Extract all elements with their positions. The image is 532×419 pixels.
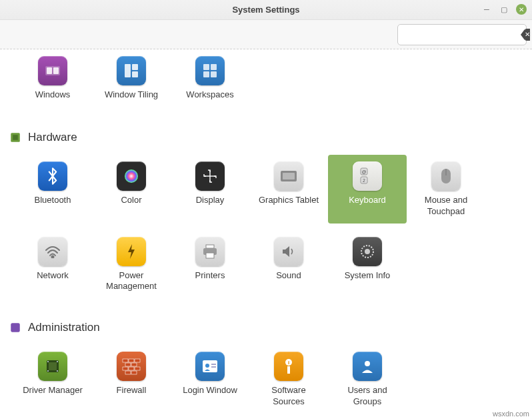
svg-text:2: 2: [363, 178, 365, 183]
close-button[interactable]: ✕: [516, 4, 527, 15]
item-window-tiling[interactable]: Window Tiling: [92, 49, 171, 107]
svg-rect-8: [203, 64, 209, 70]
item-workspaces[interactable]: Workspaces: [171, 49, 249, 107]
svg-point-35: [57, 361, 58, 362]
item-sound[interactable]: Sound: [249, 230, 328, 299]
svg-text:@: @: [361, 169, 366, 174]
svg-rect-43: [123, 367, 128, 370]
item-printers[interactable]: Printers: [171, 230, 249, 299]
users-groups-icon: [353, 352, 382, 381]
svg-rect-46: [125, 371, 131, 374]
toolbar: ✕: [0, 20, 532, 49]
label: Graphics Tablet: [259, 195, 319, 205]
svg-rect-38: [123, 359, 128, 362]
label: Users and Groups: [334, 385, 401, 407]
item-firewall[interactable]: Firewall: [92, 345, 171, 414]
item-windows[interactable]: Windows: [13, 49, 92, 107]
svg-rect-42: [131, 363, 137, 366]
label: Workspaces: [186, 89, 233, 100]
svg-rect-4: [53, 67, 59, 74]
item-system-info[interactable]: System Info: [328, 230, 407, 299]
svg-rect-54: [287, 366, 290, 374]
svg-rect-31: [11, 324, 20, 333]
label: Windows: [35, 89, 71, 100]
item-driver-manager[interactable]: Driver Manager: [13, 345, 92, 414]
content-area: Windows Window Tiling Workspaces Hardwar…: [0, 49, 532, 419]
graphics-tablet-icon: [274, 161, 303, 191]
label: Window Tiling: [105, 89, 158, 100]
svg-rect-47: [131, 371, 137, 374]
item-login-window[interactable]: Login Window: [171, 345, 249, 414]
svg-point-55: [365, 361, 370, 366]
svg-rect-40: [135, 359, 140, 362]
section-title: Hardware: [28, 131, 77, 144]
item-bluetooth[interactable]: Bluetooth: [13, 155, 92, 224]
svg-rect-28: [206, 253, 214, 258]
search-box[interactable]: ✕: [397, 24, 527, 45]
svg-text:i: i: [288, 360, 289, 366]
item-color[interactable]: Color: [92, 155, 171, 224]
svg-point-49: [205, 364, 209, 368]
workspaces-icon: [195, 56, 225, 85]
label: Bluetooth: [35, 195, 71, 205]
label: Display: [196, 195, 225, 205]
firewall-icon: [117, 352, 146, 381]
system-info-icon: [353, 237, 382, 266]
titlebar: System Settings ─ ▢ ✕: [0, 0, 532, 20]
label: Login Window: [183, 385, 237, 396]
svg-rect-39: [129, 359, 134, 362]
window-title: System Settings: [232, 5, 299, 15]
power-icon: [117, 237, 146, 266]
hardware-icon: [9, 131, 21, 143]
label: Power Management: [98, 270, 165, 292]
driver-manager-icon: [38, 352, 67, 381]
minimize-button[interactable]: ─: [481, 4, 492, 15]
section-administration-header: Administration: [7, 304, 525, 340]
svg-rect-45: [135, 367, 140, 370]
label: Firewall: [117, 385, 147, 396]
login-window-icon: [195, 352, 225, 381]
label: Sound: [276, 270, 301, 281]
software-sources-icon: i: [274, 352, 303, 381]
label: Network: [37, 270, 69, 281]
label: Mouse and Touchpad: [413, 195, 479, 217]
svg-rect-10: [203, 71, 209, 77]
svg-rect-7: [132, 71, 138, 77]
svg-rect-33: [49, 362, 57, 370]
item-graphics-tablet[interactable]: Graphics Tablet: [249, 155, 328, 224]
section-hardware-header: Hardware: [7, 113, 525, 149]
label: Color: [121, 195, 141, 205]
maximize-button[interactable]: ▢: [499, 4, 509, 15]
label: Printers: [195, 270, 225, 281]
network-icon: [38, 237, 67, 266]
svg-rect-41: [125, 363, 131, 366]
sound-icon: [274, 237, 303, 266]
item-power-management[interactable]: Power Management: [92, 230, 171, 299]
item-mouse-touchpad[interactable]: Mouse and Touchpad: [407, 155, 485, 224]
clear-search-button[interactable]: ✕: [525, 29, 530, 41]
item-network[interactable]: Network: [13, 230, 92, 299]
label: System Info: [345, 270, 391, 281]
item-software-sources[interactable]: i Software Sources: [249, 345, 328, 414]
printers-icon: [195, 237, 225, 266]
svg-rect-3: [47, 67, 52, 74]
svg-point-25: [52, 256, 54, 258]
search-input[interactable]: [406, 29, 521, 40]
administration-grid: Driver Manager Firewall Login Window i S…: [7, 340, 525, 419]
item-keyboard[interactable]: @2 Keyboard: [328, 155, 407, 224]
svg-rect-13: [13, 135, 18, 141]
item-users-groups[interactable]: Users and Groups: [328, 345, 407, 414]
window-controls: ─ ▢ ✕: [481, 4, 527, 15]
label: Driver Manager: [23, 385, 83, 396]
svg-point-36: [47, 370, 49, 372]
mouse-icon: [431, 161, 461, 191]
window-tiling-icon: [117, 56, 146, 85]
svg-point-37: [57, 370, 58, 372]
watermark: wsxdn.com: [493, 410, 529, 418]
svg-point-14: [125, 169, 138, 183]
svg-point-30: [365, 249, 370, 254]
hardware-grid: Bluetooth Color Display Graphics Tablet …: [7, 149, 525, 304]
svg-rect-9: [211, 64, 217, 70]
item-display[interactable]: Display: [171, 155, 249, 224]
label: Keyboard: [349, 195, 386, 205]
